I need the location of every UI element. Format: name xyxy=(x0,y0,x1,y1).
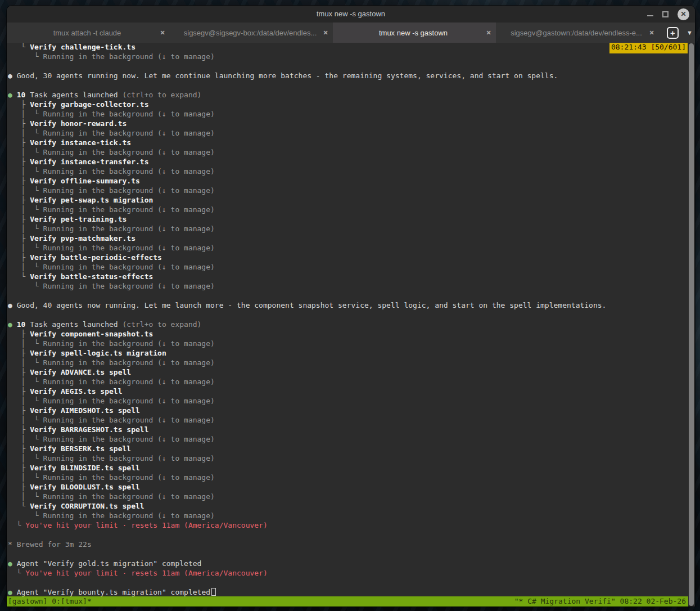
terminal-line: ├ Verify ADVANCE.ts spell xyxy=(8,368,688,378)
tab-tmux-new-gastown[interactable]: tmux new -s gastown ✕ xyxy=(333,23,496,43)
scrollbar-thumb[interactable] xyxy=(689,43,694,606)
text-segment: (ctrl+o to expand) xyxy=(123,91,202,99)
tmux-status-bar: [gastown] 0:[tmux]* "* C# Migration Veri… xyxy=(7,596,695,606)
terminal-body: └ Verify challenge-tick.ts └ Running in … xyxy=(7,43,695,606)
text-segment: └ xyxy=(8,43,30,51)
text-segment: Verify AIMEDSHOT.ts spell xyxy=(30,406,140,415)
text-segment: ├ xyxy=(8,138,30,147)
tab-close-icon[interactable]: ✕ xyxy=(318,29,333,37)
tab-sigsegv-box[interactable]: sigsegv@sigsegv-box:/data/dev/endles... … xyxy=(170,23,333,43)
text-segment: Verify battle-periodic-effects xyxy=(30,253,162,262)
terminal-line: │ └ Running in the background (↓ to mana… xyxy=(8,110,688,119)
text-segment: └ xyxy=(8,569,25,577)
text-segment: You've hit your limit · resets 11am (Ame… xyxy=(25,521,267,529)
window-titlebar[interactable]: tmux new -s gastown ✕ xyxy=(7,6,695,23)
terminal-line: │ └ Running in the background (↓ to mana… xyxy=(8,492,688,502)
terminal-line: ● Good, 40 agents now running. Let me la… xyxy=(8,301,688,311)
text-segment: │ └ Running in the background (↓ to mana… xyxy=(8,454,215,462)
text-segment: Verify offline-summary.ts xyxy=(30,177,140,185)
terminal-line: ├ Verify pet-swap.ts migration xyxy=(8,196,688,205)
text-segment: Verify BLINDSIDE.ts spell xyxy=(30,464,140,472)
scrollbar-track[interactable] xyxy=(688,43,695,606)
text-segment: │ └ Running in the background (↓ to mana… xyxy=(8,186,215,195)
text-segment: │ └ Running in the background (↓ to mana… xyxy=(8,224,215,233)
text-segment: │ └ Running in the background (↓ to mana… xyxy=(8,263,215,271)
tab-label: tmux attach -t claude xyxy=(7,29,155,37)
text-segment: Task agents launched xyxy=(25,91,122,99)
terminal-line: * Brewed for 3m 22s xyxy=(8,540,688,550)
text-segment: │ └ Running in the background (↓ to mana… xyxy=(8,473,215,482)
new-tab-icon[interactable]: + xyxy=(667,27,679,39)
terminal-line xyxy=(8,291,688,301)
text-segment: ● Good, 30 agents running now. Let me co… xyxy=(8,71,558,80)
text-segment: ├ xyxy=(8,387,30,396)
text-segment: ● xyxy=(8,320,17,329)
tab-tmux-attach-claude[interactable]: tmux attach -t claude ✕ xyxy=(7,23,170,43)
terminal-line: │ └ Running in the background (↓ to mana… xyxy=(8,454,688,464)
text-segment: Verify challenge-tick.ts xyxy=(30,43,136,51)
text-segment: │ └ Running in the background (↓ to mana… xyxy=(8,339,215,348)
terminal-line: ├ Verify garbage-collector.ts xyxy=(8,100,688,110)
text-segment: Verify pvp-matchmaker.ts xyxy=(30,234,136,242)
terminal-line: ├ Verify instance-tick.ts xyxy=(8,138,688,148)
terminal-line: │ └ Running in the background (↓ to mana… xyxy=(8,129,688,138)
text-segment: │ └ Running in the background (↓ to mana… xyxy=(8,129,215,137)
maximize-icon[interactable] xyxy=(662,11,669,17)
terminal-line: │ └ Running in the background (↓ to mana… xyxy=(8,244,688,253)
text-segment: ├ xyxy=(8,100,30,109)
text-segment: │ └ Running in the background (↓ to mana… xyxy=(8,378,215,386)
text-segment: ├ xyxy=(8,158,30,166)
terminal-line: ├ Verify BERSERK.ts spell xyxy=(8,444,688,454)
tab-close-icon[interactable]: ✕ xyxy=(155,29,170,37)
terminal-screen[interactable]: └ Verify challenge-tick.ts └ Running in … xyxy=(7,43,688,606)
tab-close-icon[interactable]: ✕ xyxy=(644,29,659,37)
terminal-cursor xyxy=(211,588,216,596)
terminal-line: │ └ Running in the background (↓ to mana… xyxy=(8,339,688,349)
terminal-line: │ └ Running in the background (↓ to mana… xyxy=(8,186,688,196)
text-segment: Verify BLOODLUST.ts spell xyxy=(30,483,140,491)
text-segment: Verify garbage-collector.ts xyxy=(30,100,148,109)
tab-label: sigsegv@gastown:/data/dev/endless-e... xyxy=(496,29,644,37)
text-segment: │ └ Running in the background (↓ to mana… xyxy=(8,205,215,214)
text-segment: Verify battle-status-effects xyxy=(30,272,153,281)
text-segment: Verify BERSERK.ts spell xyxy=(30,444,131,453)
text-segment: └ Running in the background (↓ to manage… xyxy=(8,511,215,520)
terminal-line: ├ Verify pvp-matchmaker.ts xyxy=(8,234,688,244)
terminal-line: ├ Verify pet-training.ts xyxy=(8,215,688,224)
text-segment: Verify CORRUPTION.ts spell xyxy=(30,502,144,510)
close-icon[interactable]: ✕ xyxy=(678,8,689,20)
tmux-copy-mode-indicator: 08:21:43 [50/601] xyxy=(609,43,688,53)
terminal-line xyxy=(8,578,688,588)
text-segment: Verify spell-logic.ts migration xyxy=(30,349,166,357)
text-segment: │ └ Running in the background (↓ to mana… xyxy=(8,416,215,424)
text-segment: │ └ Running in the background (↓ to mana… xyxy=(8,148,215,156)
text-segment: ├ xyxy=(8,330,30,338)
tmux-status-left: [gastown] 0:[tmux]* xyxy=(8,596,92,606)
tab-close-icon[interactable]: ✕ xyxy=(481,29,496,37)
tab-sigsegv-gastown[interactable]: sigsegv@gastown:/data/dev/endless-e... ✕ xyxy=(496,23,659,43)
terminal-line: ├ Verify AEGIS.ts spell xyxy=(8,387,688,397)
terminal-line: └ You've hit your limit · resets 11am (A… xyxy=(8,521,688,531)
text-segment: Verify ADVANCE.ts spell xyxy=(30,368,131,376)
tab-menu-chevron-down-icon[interactable]: ▼ xyxy=(687,29,693,36)
text-segment: ● xyxy=(8,588,17,596)
terminal-line: ├ Verify battle-periodic-effects xyxy=(8,253,688,263)
terminal-line: └ You've hit your limit · resets 11am (A… xyxy=(8,569,688,578)
text-segment: Verify honor-reward.ts xyxy=(30,119,127,128)
text-segment: Task agents launched xyxy=(25,320,122,329)
text-segment: ├ xyxy=(8,425,30,434)
text-segment: Verify AEGIS.ts spell xyxy=(30,387,122,396)
text-segment: 10 xyxy=(17,91,26,99)
tmux-status-right: "* C# Migration Verifi" 08:22 02-Feb-26 xyxy=(514,596,686,606)
text-segment: │ └ Running in the background (↓ to mana… xyxy=(8,110,215,118)
minimize-icon[interactable] xyxy=(647,15,653,16)
text-segment: │ └ Running in the background (↓ to mana… xyxy=(8,358,215,367)
text-segment: Agent "Verify bounty.ts migration" compl… xyxy=(17,588,210,596)
text-segment: │ └ Running in the background (↓ to mana… xyxy=(8,244,215,252)
terminal-line: ● 10 Task agents launched (ctrl+o to exp… xyxy=(8,320,688,330)
terminal-line: ├ Verify instance-transfer.ts xyxy=(8,158,688,167)
text-segment: ├ xyxy=(8,215,30,223)
terminal-line xyxy=(8,62,688,71)
terminal-line: ├ Verify spell-logic.ts migration xyxy=(8,349,688,358)
text-segment: ├ xyxy=(8,177,30,185)
